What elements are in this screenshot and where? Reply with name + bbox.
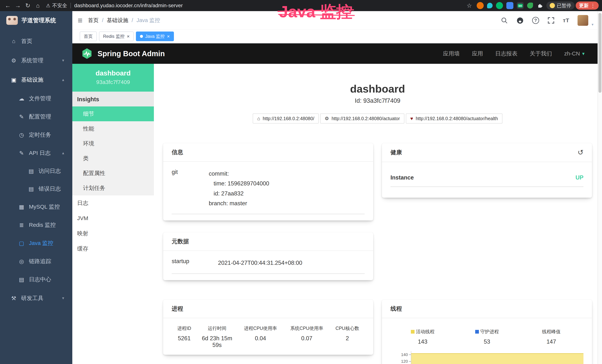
extension-icon-5[interactable]: on [517,2,524,9]
tab-bar: 首页 Redis 监控 × Java 监控 × [72,30,602,43]
actuator-url-link[interactable]: ⚙ http://192.168.0.2:48080/actuator [320,114,404,124]
sba-sidebar-item-logs[interactable]: 日志 [72,195,154,211]
process-value: 0.07 [285,335,329,342]
cards-grid: 信息 git commit: time: 1596289704000 id: 2 [163,143,592,364]
sba-sidebar-item-caches[interactable]: 缓存 [72,241,154,256]
sba-sidebar-item-config-props[interactable]: 配置属性 [72,166,154,181]
browser-update-menu-button[interactable]: 更新 ⋮ [576,1,599,10]
sba-nav-wallboard[interactable]: 应用墙 [443,50,460,57]
admin-logo-row[interactable]: 芋道管理系统 [0,11,72,30]
close-icon[interactable]: × [167,34,170,39]
tab-java-monitor[interactable]: Java 监控 × [136,32,174,41]
search-icon[interactable] [501,17,508,24]
tools-icon: ⚒ [10,295,17,301]
sba-sidebar-item-jvm[interactable]: JVM [72,211,154,226]
tab-redis-monitor[interactable]: Redis 监控 × [99,32,134,41]
sba-sidebar-item-classes[interactable]: 类 [72,151,154,166]
status-badge: UP [575,174,583,181]
link-label: http://192.168.0.2:48080/actuator/health [416,116,498,121]
user-avatar[interactable] [578,15,588,26]
sidebar-item-api-logs[interactable]: ✎ API 日志 ▴ [0,144,72,162]
sidebar-collapse-button[interactable]: ≡ [72,11,88,30]
refresh-icon[interactable]: ↻ [23,1,32,10]
sidebar-item-scheduled-tasks[interactable]: ◷ 定时任务 [0,126,72,144]
health-url-link[interactable]: ♥ http://192.168.0.2:48080/actuator/heal… [406,114,502,124]
process-value: 0.04 [239,335,282,342]
process-table: 进程ID 5261 运行时间 6d 23h 15m 59s [172,325,365,348]
profile-paused-badge[interactable]: 已暂停 [546,1,575,10]
security-warning-label[interactable]: 不安全 [52,2,67,9]
history-icon[interactable]: ↺ [578,148,583,157]
sidebar-item-error-logs[interactable]: ▤ 错误日志 [0,180,72,198]
help-icon[interactable]: ? [532,17,539,24]
link-label: http://192.168.0.2:48080/ [263,116,314,121]
sidebar-item-java-monitor[interactable]: ▢ Java 监控 [0,234,72,252]
sidebar-item-log-center[interactable]: ▤ 日志中心 [0,270,72,289]
threads-legend: 活动线程 143 守护进程 [390,329,583,345]
extension-icon-1[interactable] [477,2,484,9]
metadata-value: 2021-04-27T00:44:31.254+08:00 [218,258,365,268]
insights-group: Insights 细节 性能 环境 类 配置属性 计划任务 [72,92,154,195]
process-value: 2 [332,335,363,342]
fullscreen-icon[interactable] [547,17,555,24]
sidebar-item-infrastructure[interactable]: ▣ 基础设施 ▴ [0,70,72,89]
font-size-icon[interactable]: тT [563,17,569,23]
sba-sidebar-item-mappings[interactable]: 映射 [72,226,154,241]
sidebar-item-label: 研发工具 [21,294,43,302]
sidebar-item-trace[interactable]: ◎ 链路追踪 [0,252,72,270]
edit-icon: ✎ [18,150,25,156]
sba-nav-journal[interactable]: 日志报表 [495,50,517,57]
sidebar-item-config-management[interactable]: ✎ 配置管理 [0,107,72,126]
instance-id: 93a3fc7f7409 [74,79,152,85]
extension-icon-3[interactable] [496,2,503,9]
address-bar[interactable]: ⚠ 不安全 dashboard.yudao.iocoder.cn/infra/a… [46,2,461,9]
extensions-puzzle-icon[interactable] [536,2,543,9]
page-scrollbar[interactable] [598,11,602,364]
admin-main: ≡ 首页 / 基础设施 / Java 监控 [72,11,602,364]
language-selector[interactable]: zh-CN ▾ [564,50,585,57]
close-icon[interactable]: × [127,34,129,39]
sba-nav-about[interactable]: 关于我们 [530,50,552,57]
instance-header[interactable]: dashboard 93a3fc7f7409 [72,64,154,92]
scrollbar-thumb[interactable] [599,13,602,93]
bookmark-star-icon[interactable]: ☆ [465,1,474,10]
admin-brand-title: 芋道管理系统 [22,17,56,24]
sidebar-item-home[interactable]: ⌂ 首页 [0,32,72,51]
back-icon[interactable]: ← [3,1,12,10]
sba-sidebar-item-environment[interactable]: 环境 [72,136,154,151]
breadcrumb-home[interactable]: 首页 [88,17,99,24]
spring-boot-admin-logo [81,48,93,59]
url-text[interactable]: dashboard.yudao.iocoder.cn/infra/admin-s… [74,3,183,9]
extension-icon-4[interactable] [506,2,513,9]
spring-boot-admin: Spring Boot Admin 应用墙 应用 日志报表 关于我们 zh-CN… [72,43,602,364]
info-commit-line: commit: [209,169,365,179]
forward-icon[interactable]: → [13,1,22,10]
sba-sidebar-item-performance[interactable]: 性能 [72,121,154,136]
browser-home-icon[interactable]: ⌂ [33,1,42,10]
sba-nav-applications[interactable]: 应用 [472,50,483,57]
sidebar-item-file-management[interactable]: ☁ 文件管理 [0,89,72,107]
sba-sidebar-item-scheduled-tasks[interactable]: 计划任务 [72,181,154,195]
github-icon[interactable] [516,17,524,24]
sidebar-item-mysql-monitor[interactable]: ▦ MySQL 监控 [0,198,72,216]
monitor-icon: ▣ [10,76,17,83]
doc-icon: ▤ [28,168,34,174]
sidebar-item-system-management[interactable]: ⚙ 系统管理 ▾ [0,51,72,70]
process-header: 运行时间 [198,325,236,331]
info-time-line: time: 1596289704000 [209,179,365,188]
breadcrumb-infrastructure[interactable]: 基础设施 [107,17,128,24]
breadcrumb: 首页 / 基础设施 / Java 监控 [88,17,160,24]
grid-spacer [382,232,592,288]
sidebar-item-access-logs[interactable]: ▤ 访问日志 [0,162,72,180]
tab-home[interactable]: 首页 [80,32,97,41]
service-url-link[interactable]: ⌂ http://192.168.0.2:48080/ [253,114,319,124]
sidebar-item-dev-tools[interactable]: ⚒ 研发工具 ▾ [0,289,72,308]
sba-sidebar-item-details[interactable]: 细节 [72,107,154,121]
health-instance-label: Instance [390,174,414,181]
y-tick-label: 140 [401,352,408,357]
database-icon: ▦ [18,203,25,210]
sidebar-item-redis-monitor[interactable]: ≣ Redis 监控 [0,216,72,234]
extension-icon-2[interactable] [487,3,493,8]
extension-icon-6[interactable] [527,3,533,9]
legend-label: 守护进程 [480,329,499,335]
